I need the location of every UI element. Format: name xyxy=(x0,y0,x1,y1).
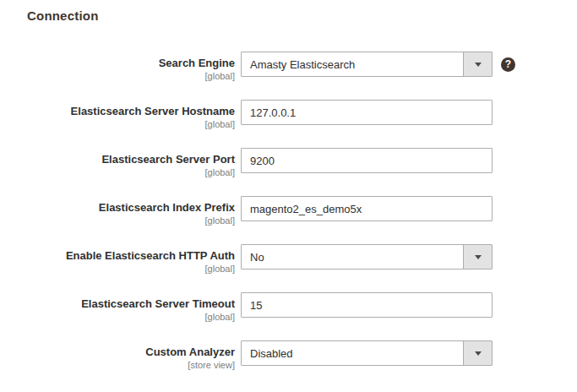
select-selected-value: Amasty Elasticsearch xyxy=(242,52,463,76)
chevron-down-icon xyxy=(475,255,482,259)
server-hostname-input[interactable] xyxy=(241,100,493,125)
field-label: Custom Analyzer xyxy=(0,346,235,359)
field-label: Elasticsearch Index Prefix xyxy=(0,201,235,215)
server-timeout-input[interactable] xyxy=(241,292,493,318)
connection-settings-section: Connection Search Engine [global] Amasty… xyxy=(0,0,577,392)
field-label: Elasticsearch Server Port xyxy=(0,153,235,166)
select-selected-value: Disabled xyxy=(242,341,463,365)
select-selected-value: No xyxy=(242,245,463,269)
field-row-search-engine: Search Engine [global] Amasty Elasticsea… xyxy=(0,52,577,83)
field-label-cell: Elasticsearch Server Port [global] xyxy=(0,148,235,179)
field-row-http-auth: Enable Elasticsearch HTTP Auth [global] … xyxy=(0,244,577,275)
field-row-index-prefix: Elasticsearch Index Prefix [global] xyxy=(0,196,577,227)
field-label: Search Engine xyxy=(0,57,235,70)
field-label-cell: Custom Analyzer [store view] xyxy=(0,340,235,372)
field-scope-label: [global] xyxy=(0,119,235,131)
field-row-server-hostname: Elasticsearch Server Hostname [global] xyxy=(0,100,577,131)
search-engine-select[interactable]: Amasty Elasticsearch xyxy=(241,52,493,77)
field-scope-label: [global] xyxy=(0,312,235,324)
field-scope-label: [global] xyxy=(0,71,235,83)
field-label: Elasticsearch Server Hostname xyxy=(0,105,235,118)
server-port-input[interactable] xyxy=(241,148,493,173)
field-label: Elasticsearch Server Timeout xyxy=(0,297,235,311)
help-icon[interactable]: ? xyxy=(501,57,515,72)
dropdown-caret-box xyxy=(463,245,492,269)
custom-analyzer-select[interactable]: Disabled xyxy=(241,340,493,366)
field-row-server-timeout: Elasticsearch Server Timeout [global] xyxy=(0,292,577,324)
http-auth-select[interactable]: No xyxy=(241,244,493,270)
index-prefix-input[interactable] xyxy=(241,196,493,221)
field-row-server-port: Elasticsearch Server Port [global] xyxy=(0,148,577,179)
chevron-down-icon xyxy=(475,63,482,67)
dropdown-caret-box xyxy=(463,52,492,76)
field-scope-label: [global] xyxy=(0,167,235,179)
field-label: Enable Elasticsearch HTTP Auth xyxy=(0,249,235,263)
section-title: Connection xyxy=(27,8,577,23)
field-label-cell: Search Engine [global] xyxy=(0,52,235,83)
field-scope-label: [store view] xyxy=(0,360,235,372)
field-label-cell: Enable Elasticsearch HTTP Auth [global] xyxy=(0,244,235,275)
chevron-down-icon xyxy=(475,351,482,356)
dropdown-caret-box xyxy=(463,341,492,365)
field-label-cell: Elasticsearch Server Timeout [global] xyxy=(0,292,235,324)
field-scope-label: [global] xyxy=(0,264,235,275)
field-label-cell: Elasticsearch Server Hostname [global] xyxy=(0,100,235,131)
field-scope-label: [global] xyxy=(0,215,235,227)
field-label-cell: Elasticsearch Index Prefix [global] xyxy=(0,196,235,227)
field-row-custom-analyzer: Custom Analyzer [store view] Disabled xyxy=(0,340,577,372)
